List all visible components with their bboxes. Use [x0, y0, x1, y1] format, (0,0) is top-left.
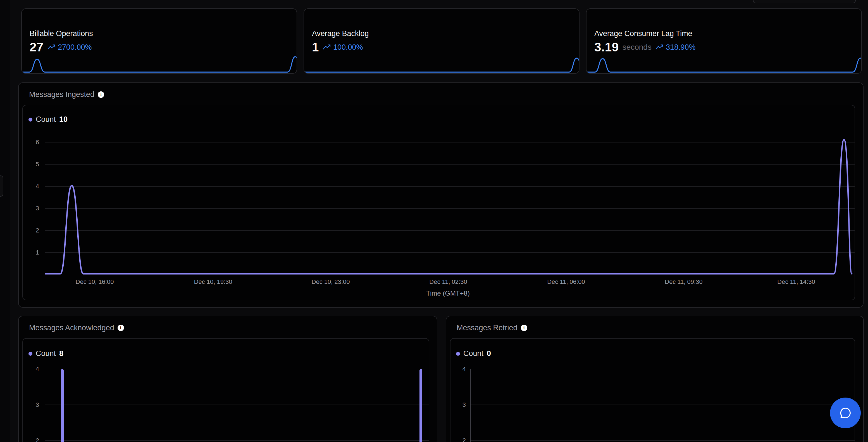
- y-tick: 2: [455, 437, 466, 442]
- stat-title: Billable Operations: [30, 29, 93, 38]
- stat-card-average-backlog: Average Backlog 1 100.00%: [304, 8, 580, 74]
- x-tick: Dec 11, 06:00: [547, 278, 585, 286]
- bar: [61, 369, 64, 442]
- x-tick: Dec 11, 02:30: [429, 278, 467, 286]
- stat-change: 100.00%: [322, 43, 363, 52]
- sparkline-chart: [304, 54, 579, 73]
- x-axis-label: Time (GMT+8): [426, 290, 470, 297]
- y-tick: 4: [28, 182, 39, 190]
- stat-change-text: 2700.00%: [58, 43, 92, 52]
- legend-label: Count: [36, 349, 56, 358]
- panel-title: Messages Ingested i: [29, 90, 104, 99]
- x-tick: Dec 11, 09:30: [665, 278, 703, 286]
- grid-lines: [470, 369, 855, 441]
- y-tick: 3: [455, 401, 466, 409]
- legend-dot-icon: [29, 118, 32, 121]
- count-series-line: [45, 140, 852, 274]
- time-range-control-partial[interactable]: [753, 0, 856, 3]
- stat-change: 318.90%: [655, 43, 696, 52]
- trending-up-icon: [322, 44, 331, 50]
- chat-support-button[interactable]: [830, 397, 861, 428]
- panel-title: Messages Acknowledged i: [29, 323, 124, 332]
- grid-lines: [45, 142, 855, 253]
- panel-title-text: Messages Acknowledged: [29, 323, 114, 332]
- legend-label: Count: [463, 349, 484, 358]
- chart-legend: Count 8: [29, 349, 63, 358]
- sidebar-partial-item[interactable]: [0, 175, 3, 197]
- stat-change: 2700.00%: [47, 43, 92, 52]
- y-tick: 6: [28, 138, 39, 146]
- stat-value: 3.19: [594, 40, 619, 54]
- y-tick: 5: [28, 160, 39, 168]
- x-tick: Dec 10, 23:00: [312, 278, 350, 286]
- info-icon[interactable]: i: [118, 325, 124, 331]
- bar: [420, 369, 422, 442]
- legend-dot-icon: [456, 352, 460, 356]
- messages-acknowledged-bar-chart: [45, 368, 429, 442]
- y-tick: 4: [455, 365, 466, 373]
- stat-value: 27: [30, 40, 43, 54]
- y-tick: 2: [28, 227, 39, 234]
- dashboard-page: Billable Operations 27 2700.00% Average …: [0, 0, 868, 442]
- messages-retried-bar-chart: [470, 368, 855, 442]
- panel-title-text: Messages Ingested: [29, 90, 94, 99]
- info-icon[interactable]: i: [98, 91, 104, 98]
- stat-title: Average Consumer Lag Time: [594, 29, 692, 38]
- x-tick: Dec 11, 14:30: [777, 278, 815, 286]
- panel-title: Messages Retried i: [457, 323, 527, 332]
- legend-value: 0: [487, 349, 491, 358]
- trending-up-icon: [47, 44, 56, 50]
- stat-value-row: 3.19 seconds 318.90%: [594, 40, 696, 54]
- chat-bubble-icon: [839, 407, 852, 419]
- grid-lines: [45, 369, 429, 441]
- messages-ingested-line-chart: [45, 136, 855, 275]
- legend-dot-icon: [29, 352, 32, 356]
- stat-value-row: 1 100.00%: [312, 40, 363, 54]
- x-tick: Dec 10, 16:00: [76, 278, 114, 286]
- sparkline-chart: [587, 54, 861, 73]
- stat-value-row: 27 2700.00%: [30, 40, 92, 54]
- legend-label: Count: [36, 115, 56, 124]
- trending-up-icon: [655, 44, 663, 50]
- stat-change-text: 318.90%: [666, 43, 696, 52]
- chart-legend: Count 0: [456, 349, 491, 358]
- stat-unit: seconds: [622, 43, 652, 52]
- sidebar-divider: [10, 0, 10, 442]
- legend-value: 8: [59, 349, 63, 358]
- y-tick: 3: [28, 205, 39, 212]
- chart-legend: Count 10: [29, 115, 68, 124]
- panel-title-text: Messages Retried: [457, 323, 518, 332]
- info-icon[interactable]: i: [521, 325, 527, 331]
- stat-value: 1: [312, 40, 319, 54]
- y-tick: 3: [28, 401, 39, 409]
- y-tick: 2: [28, 437, 39, 442]
- stat-title: Average Backlog: [312, 29, 369, 38]
- stat-card-billable-operations: Billable Operations 27 2700.00%: [21, 8, 297, 74]
- sparkline-chart: [22, 54, 297, 73]
- stat-change-text: 100.00%: [333, 43, 363, 52]
- y-tick: 1: [28, 249, 39, 257]
- legend-value: 10: [59, 115, 68, 124]
- stat-card-average-consumer-lag-time: Average Consumer Lag Time 3.19 seconds 3…: [586, 8, 862, 74]
- y-tick: 4: [28, 365, 39, 373]
- x-tick: Dec 10, 19:30: [194, 278, 232, 286]
- sidebar-collapsed-strip: [0, 0, 10, 442]
